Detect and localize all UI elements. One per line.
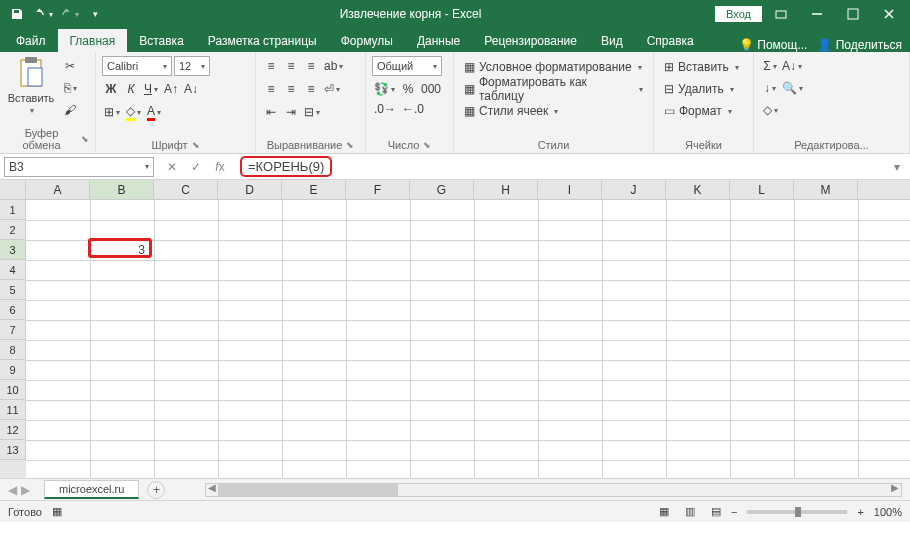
page-break-view-icon[interactable]: ▤ xyxy=(705,504,727,520)
select-all-button[interactable] xyxy=(0,180,26,199)
tab-вид[interactable]: Вид xyxy=(589,29,635,52)
decrease-font-icon[interactable]: A↓ xyxy=(182,79,200,99)
launcher-icon[interactable]: ⬊ xyxy=(192,140,200,150)
font-size-combo[interactable]: 12▾ xyxy=(174,56,210,76)
column-header[interactable]: B xyxy=(90,180,154,199)
save-icon[interactable] xyxy=(6,3,28,25)
column-header[interactable]: A xyxy=(26,180,90,199)
merge-button[interactable]: ⊟▾ xyxy=(302,102,322,122)
comma-style-icon[interactable]: 000 xyxy=(419,79,443,99)
format-painter-icon[interactable]: 🖌 xyxy=(60,100,80,120)
fill-icon[interactable]: ↓▾ xyxy=(760,78,780,98)
row-header[interactable]: 12 xyxy=(0,420,26,440)
expand-formula-bar-icon[interactable]: ▾ xyxy=(888,160,906,174)
row-header[interactable]: 9 xyxy=(0,360,26,380)
cancel-formula-icon[interactable]: ✕ xyxy=(160,157,184,177)
cell-styles-button[interactable]: ▦Стили ячеек▾ xyxy=(460,100,647,122)
enter-formula-icon[interactable]: ✓ xyxy=(184,157,208,177)
insert-cells-button[interactable]: ⊞Вставить▾ xyxy=(660,56,747,78)
row-header[interactable]: 10 xyxy=(0,380,26,400)
column-header[interactable]: M xyxy=(794,180,858,199)
column-header[interactable]: G xyxy=(410,180,474,199)
italic-button[interactable]: К xyxy=(122,79,140,99)
tab-справка[interactable]: Справка xyxy=(635,29,706,52)
copy-icon[interactable]: ⎘▾ xyxy=(60,78,80,98)
column-header[interactable]: L xyxy=(730,180,794,199)
borders-button[interactable]: ⊞▾ xyxy=(102,102,122,122)
scroll-thumb[interactable] xyxy=(218,484,398,496)
column-header[interactable]: H xyxy=(474,180,538,199)
minimize-icon[interactable] xyxy=(800,0,834,28)
align-right-icon[interactable]: ≡ xyxy=(302,79,320,99)
row-header[interactable]: 8 xyxy=(0,340,26,360)
tab-данные[interactable]: Данные xyxy=(405,29,472,52)
horizontal-scrollbar[interactable]: ◀ ▶ xyxy=(205,483,902,497)
paste-button[interactable]: Вставить▾ xyxy=(6,56,56,125)
decrease-decimal-icon[interactable]: ←.0 xyxy=(400,99,426,119)
align-middle-icon[interactable]: ≡ xyxy=(282,56,300,76)
cut-icon[interactable]: ✂ xyxy=(60,56,80,76)
tab-разметка страницы[interactable]: Разметка страницы xyxy=(196,29,329,52)
find-select-icon[interactable]: 🔍▾ xyxy=(782,78,802,98)
orientation-icon[interactable]: ab▾ xyxy=(322,56,345,76)
tab-главная[interactable]: Главная xyxy=(58,29,128,52)
zoom-slider[interactable] xyxy=(747,510,847,514)
row-header[interactable]: 2 xyxy=(0,220,26,240)
sheet-next-icon[interactable]: ▶ xyxy=(21,483,30,497)
ribbon-display-icon[interactable] xyxy=(764,0,798,28)
fx-icon[interactable]: fx xyxy=(208,157,232,177)
bold-button[interactable]: Ж xyxy=(102,79,120,99)
font-name-combo[interactable]: Calibri▾ xyxy=(102,56,172,76)
undo-icon[interactable]: ▾ xyxy=(32,3,54,25)
add-sheet-button[interactable]: + xyxy=(147,481,165,499)
share-button[interactable]: 👤 Поделиться xyxy=(817,38,902,52)
number-format-combo[interactable]: Общий▾ xyxy=(372,56,442,76)
column-header[interactable]: D xyxy=(218,180,282,199)
align-top-icon[interactable]: ≡ xyxy=(262,56,280,76)
row-header[interactable]: 3 xyxy=(0,240,26,260)
maximize-icon[interactable] xyxy=(836,0,870,28)
launcher-icon[interactable]: ⬊ xyxy=(81,134,89,144)
fill-color-button[interactable]: ◇▾ xyxy=(124,102,143,122)
percent-icon[interactable]: % xyxy=(399,79,417,99)
align-left-icon[interactable]: ≡ xyxy=(262,79,280,99)
close-icon[interactable] xyxy=(872,0,906,28)
column-header[interactable]: F xyxy=(346,180,410,199)
decrease-indent-icon[interactable]: ⇤ xyxy=(262,102,280,122)
scroll-left-icon[interactable]: ◀ xyxy=(208,482,216,493)
row-header[interactable]: 13 xyxy=(0,440,26,460)
increase-decimal-icon[interactable]: .0→ xyxy=(372,99,398,119)
autosum-icon[interactable]: Σ▾ xyxy=(760,56,780,76)
align-center-icon[interactable]: ≡ xyxy=(282,79,300,99)
align-bottom-icon[interactable]: ≡ xyxy=(302,56,320,76)
launcher-icon[interactable]: ⬊ xyxy=(423,140,431,150)
increase-indent-icon[interactable]: ⇥ xyxy=(282,102,300,122)
qat-customize-icon[interactable]: ▾ xyxy=(84,3,106,25)
row-header[interactable]: 11 xyxy=(0,400,26,420)
tab-вставка[interactable]: Вставка xyxy=(127,29,196,52)
column-header[interactable]: I xyxy=(538,180,602,199)
redo-icon[interactable]: ▾ xyxy=(58,3,80,25)
formula-input[interactable]: =КОРЕНЬ(9) xyxy=(232,156,888,177)
row-header[interactable]: 1 xyxy=(0,200,26,220)
accounting-format-icon[interactable]: 💱▾ xyxy=(372,79,397,99)
zoom-in-icon[interactable]: + xyxy=(857,506,863,518)
underline-button[interactable]: Ч▾ xyxy=(142,79,160,99)
tab-рецензирование[interactable]: Рецензирование xyxy=(472,29,589,52)
row-header[interactable]: 6 xyxy=(0,300,26,320)
column-header[interactable]: K xyxy=(666,180,730,199)
row-header[interactable]: 7 xyxy=(0,320,26,340)
increase-font-icon[interactable]: A↑ xyxy=(162,79,180,99)
column-header[interactable]: E xyxy=(282,180,346,199)
scroll-right-icon[interactable]: ▶ xyxy=(891,482,899,493)
name-box[interactable]: B3▾ xyxy=(4,157,154,177)
launcher-icon[interactable]: ⬊ xyxy=(346,140,354,150)
format-as-table-button[interactable]: ▦Форматировать как таблицу▾ xyxy=(460,78,647,100)
row-header[interactable]: 5 xyxy=(0,280,26,300)
delete-cells-button[interactable]: ⊟Удалить▾ xyxy=(660,78,747,100)
column-header[interactable]: C xyxy=(154,180,218,199)
tab-файл[interactable]: Файл xyxy=(4,29,58,52)
font-color-button[interactable]: A▾ xyxy=(145,102,163,122)
column-header[interactable]: J xyxy=(602,180,666,199)
sort-filter-icon[interactable]: A↓▾ xyxy=(782,56,802,76)
